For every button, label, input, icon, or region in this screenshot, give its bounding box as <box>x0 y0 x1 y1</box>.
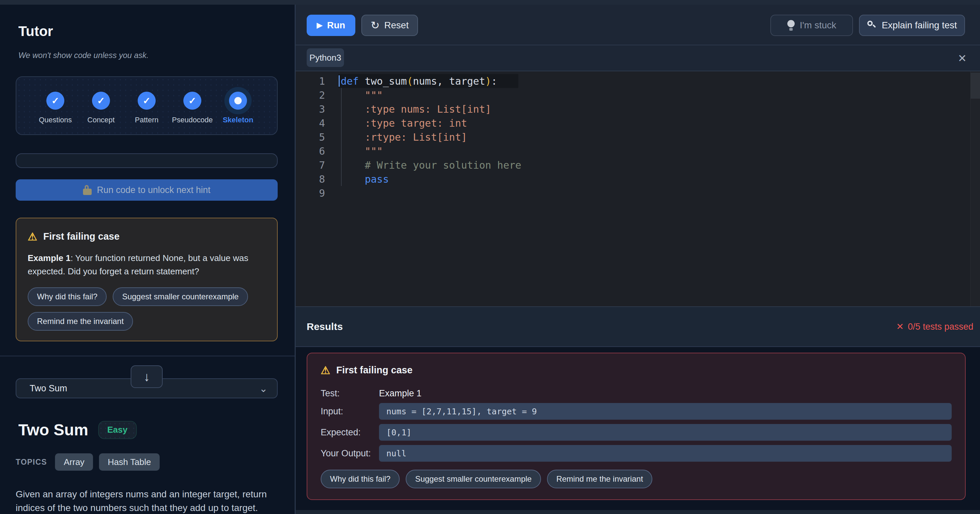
failing-test-title: First failing case <box>336 364 413 376</box>
code-token: two_sum <box>365 75 407 87</box>
arrow-down-icon: ↓ <box>144 370 150 384</box>
run-button[interactable]: ▶ Run <box>307 15 355 36</box>
chevron-down-icon: ⌄ <box>259 383 268 394</box>
problem-description: Given an array of integers nums and an i… <box>16 487 272 514</box>
tab-python3[interactable]: Python3 <box>307 48 344 67</box>
smaller-counterexample-button[interactable]: Suggest smaller counterexample <box>113 287 248 306</box>
editor-toolbar: ▶ Run ↻ Reset I'm stuck Explain failing … <box>296 5 980 45</box>
your-output-value: null <box>379 445 952 461</box>
failing-case-card: ⚠ First failing case Example 1: Your fun… <box>16 218 278 341</box>
toolbar-right-group: I'm stuck Explain failing test <box>770 15 965 36</box>
close-icon[interactable]: ✕ <box>958 52 967 65</box>
remind-invariant-button[interactable]: Remind me the invariant <box>28 312 133 331</box>
sidebar-title: Tutor <box>18 23 53 39</box>
line-number: 7 <box>296 159 325 171</box>
sidebar-subtitle: We won't show code unless you ask. <box>18 51 149 60</box>
code-token: # Write your solution here <box>340 159 521 171</box>
line-number: 8 <box>296 173 325 185</box>
code-lines: 1 def two_sum(nums, target): 2 """ 3 :ty… <box>296 74 980 200</box>
code-token: nums <box>413 75 437 87</box>
results-body: ⚠ First failing case Test: Example 1 Inp… <box>296 347 980 514</box>
cross-icon: ✕ <box>896 321 904 332</box>
window-top-strip <box>0 0 980 5</box>
workspace-panel: ▶ Run ↻ Reset I'm stuck Explain failing … <box>296 5 980 514</box>
topic-chip-hash-table[interactable]: Hash Table <box>99 454 160 471</box>
code-token: ) <box>485 75 492 87</box>
why-fail-button[interactable]: Why did this fail? <box>28 287 107 306</box>
lock-icon <box>83 185 92 195</box>
test-label: Test: <box>321 388 379 399</box>
check-icon: ✓ <box>97 95 105 106</box>
line-number: 2 <box>296 89 325 101</box>
failing-test-rows: Test: Example 1 Input: nums = [2,7,11,15… <box>321 388 952 461</box>
line-number: 9 <box>296 187 325 199</box>
reset-button[interactable]: ↻ Reset <box>361 15 418 36</box>
code-token: :type target: int <box>340 117 467 129</box>
explain-label: Explain failing test <box>882 20 957 31</box>
code-token: target <box>449 75 485 87</box>
input-label: Input: <box>321 406 379 417</box>
failing-case-actions: Why did this fail? Suggest smaller count… <box>28 287 266 331</box>
step-questions[interactable]: ✓ Questions <box>33 92 77 124</box>
step-pattern[interactable]: ✓ Pattern <box>125 92 168 124</box>
code-token: """ <box>340 89 383 101</box>
editor-tabbar: Python3 ✕ <box>296 45 980 71</box>
tests-status-text: 0/5 tests passed <box>908 321 973 332</box>
smaller-counterexample-button[interactable]: Suggest smaller counterexample <box>406 469 541 489</box>
scroll-down-button[interactable]: ↓ <box>130 365 163 388</box>
code-text: """ <box>340 145 383 157</box>
code-line: 4 :type target: int <box>296 116 980 130</box>
results-title: Results <box>307 321 343 333</box>
topic-chip-array[interactable]: Array <box>55 454 93 471</box>
remind-invariant-button[interactable]: Remind me the invariant <box>547 469 652 489</box>
code-token: :rtype: List[int] <box>340 131 467 143</box>
check-circle-icon: ✓ <box>183 92 201 110</box>
code-token: def <box>340 75 359 87</box>
code-line: 8 pass <box>296 172 980 186</box>
im-stuck-button[interactable]: I'm stuck <box>770 15 853 36</box>
code-token: pass <box>365 173 389 185</box>
step-label: Skeleton <box>223 116 253 124</box>
explain-failing-test-button[interactable]: Explain failing test <box>859 15 965 36</box>
unlock-hint-button[interactable]: Run code to unlock next hint <box>16 179 278 201</box>
step-label: Concept <box>88 116 115 124</box>
step-label: Questions <box>39 116 72 124</box>
code-text: """ <box>340 89 383 101</box>
tutor-sidebar: Tutor We won't show code unless you ask.… <box>0 5 295 514</box>
code-text: :rtype: List[int] <box>340 131 467 143</box>
step-concept[interactable]: ✓ Concept <box>80 92 123 124</box>
problem-title-row: Two Sum Easy <box>18 421 137 439</box>
step-skeleton[interactable]: Skeleton <box>216 92 260 124</box>
failing-case-title-row: ⚠ First failing case <box>28 231 266 242</box>
line-number: 3 <box>296 103 325 115</box>
why-fail-button[interactable]: Why did this fail? <box>321 469 400 489</box>
tests-status: ✕ 0/5 tests passed <box>896 321 973 332</box>
unlock-hint-label: Run code to unlock next hint <box>97 185 211 195</box>
input-value: nums = [2,7,11,15], target = 9 <box>379 403 952 420</box>
failing-test-actions: Why did this fail? Suggest smaller count… <box>321 469 952 489</box>
sidebar-divider <box>0 356 295 356</box>
collapsed-hint-card[interactable] <box>16 153 278 168</box>
failing-case-body: Example 1: Your function returned None, … <box>28 251 266 278</box>
test-row: Test: Example 1 <box>321 388 952 399</box>
warning-icon: ⚠ <box>28 231 37 242</box>
difficulty-badge: Easy <box>98 421 137 439</box>
problem-title: Two Sum <box>18 421 88 439</box>
magnifier-icon <box>867 20 877 30</box>
play-icon: ▶ <box>317 21 322 30</box>
code-text: :type target: int <box>340 117 467 129</box>
code-editor[interactable]: 1 def two_sum(nums, target): 2 """ 3 :ty… <box>296 71 980 306</box>
step-pseudocode[interactable]: ✓ Pseudocode <box>171 92 214 124</box>
horizontal-scrollbar[interactable] <box>296 510 980 514</box>
reset-label: Reset <box>384 20 409 31</box>
expected-label: Expected: <box>321 427 379 438</box>
code-token <box>359 75 365 87</box>
tutor-app: Tutor We won't show code unless you ask.… <box>0 0 980 514</box>
code-line: 7 # Write your solution here <box>296 158 980 172</box>
code-line: 9 <box>296 186 980 200</box>
line-number: 5 <box>296 131 325 143</box>
progress-stepper: ✓ Questions ✓ Concept ✓ Pattern ✓ Pseudo… <box>16 76 278 135</box>
code-token: :type nums: List[int] <box>340 103 492 115</box>
code-line: 2 """ <box>296 88 980 102</box>
code-line: 5 :rtype: List[int] <box>296 130 980 144</box>
